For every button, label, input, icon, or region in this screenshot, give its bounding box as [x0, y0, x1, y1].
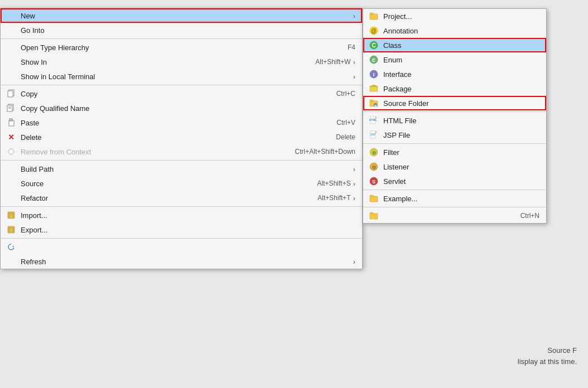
submenu-item-servlet[interactable]: S Servlet — [363, 174, 546, 188]
package-icon — [368, 84, 380, 93]
menu-item-import-label: Import... — [21, 211, 355, 220]
menu-item-show-in[interactable]: Show In Alt+Shift+W › — [1, 55, 362, 69]
menu-item-export[interactable]: ↑ Export... — [1, 222, 362, 237]
submenu-item-class[interactable]: C Class — [363, 38, 546, 52]
submenu-item-annotation[interactable]: @ Annotation — [363, 23, 546, 38]
submenu-item-source-folder[interactable]: ⊕ Source Folder — [363, 96, 546, 110]
svg-rect-24 — [370, 86, 378, 91]
submenu-item-enum[interactable]: E Enum — [363, 52, 546, 67]
menu-item-import[interactable]: ↓ Import... — [1, 208, 362, 222]
copy-icon — [5, 89, 17, 98]
submenu-item-filter-label: Filter — [383, 148, 539, 157]
submenu-new: Project... @ Annotation C Class — [363, 8, 547, 224]
menu-item-refactor[interactable]: Refactor Alt+Shift+T › — [1, 191, 362, 205]
submenu-item-jsp-file[interactable]: JSP JSP File — [363, 128, 546, 142]
annotation-icon: @ — [368, 26, 380, 35]
menu-item-refresh[interactable] — [1, 240, 362, 254]
svg-rect-44 — [370, 214, 378, 219]
submenu-separator-1 — [363, 111, 546, 112]
submenu-item-package-label: Package — [383, 85, 539, 93]
menu-item-source[interactable]: Source Alt+Shift+S › — [1, 176, 362, 191]
build-path-arrow: › — [353, 165, 355, 173]
source-folder-icon: ⊕ — [368, 99, 380, 108]
separator-3 — [1, 160, 362, 161]
menu-item-go-into[interactable]: Go Into — [1, 23, 362, 37]
menu-item-copy[interactable]: Copy Ctrl+C — [1, 86, 362, 101]
svg-rect-1 — [8, 91, 13, 97]
svg-text:↓: ↓ — [10, 213, 13, 219]
submenu-item-listener-label: Listener — [383, 163, 539, 171]
menu-item-delete-label: Delete — [21, 133, 314, 142]
svg-text:S: S — [372, 179, 375, 185]
source-shortcut: Alt+Shift+S — [317, 180, 351, 187]
menu-item-remove-from-context[interactable]: Remove from Context Ctrl+Alt+Shift+Down — [1, 144, 362, 159]
example-icon — [368, 194, 380, 203]
svg-text:C: C — [372, 42, 375, 48]
other-icon — [368, 211, 380, 220]
submenu-item-interface-label: Interface — [383, 70, 539, 79]
menu-item-coverage-as[interactable]: Refresh › — [1, 254, 362, 269]
submenu-item-project[interactable]: Project... — [363, 9, 546, 23]
submenu-item-html-file-label: HTML File — [383, 117, 539, 125]
svg-marker-25 — [370, 85, 378, 86]
menu-item-paste[interactable]: Paste Ctrl+V — [1, 115, 362, 130]
submenu-item-example-label: Example... — [383, 195, 539, 203]
submenu-item-annotation-label: Annotation — [383, 27, 539, 35]
submenu-item-jsp-file-label: JSP File — [383, 131, 539, 139]
coverage-as-arrow: › — [353, 258, 355, 266]
show-in-arrow: › — [353, 58, 355, 66]
listener-icon: ⚙ — [368, 162, 380, 171]
source-label: Source F — [547, 346, 577, 355]
new-arrow: › — [353, 12, 355, 20]
separator-5 — [1, 238, 362, 239]
submenu-item-package[interactable]: Package — [363, 81, 546, 96]
submenu-item-class-label: Class — [383, 41, 539, 50]
menu-item-refactor-label: Refactor — [21, 194, 317, 202]
menu-item-go-into-label: Go Into — [21, 26, 355, 35]
svg-rect-14 — [370, 14, 378, 20]
svg-text:⚙: ⚙ — [372, 165, 376, 170]
submenu-item-source-folder-label: Source Folder — [383, 99, 539, 108]
submenu-item-interface[interactable]: I Interface — [363, 67, 546, 81]
menu-item-source-label: Source — [21, 180, 317, 188]
project-icon — [368, 12, 380, 21]
menu-item-open-type-hierarchy-label: Open Type Hierarchy — [21, 43, 325, 52]
copy-shortcut: Ctrl+C — [336, 90, 355, 98]
submenu-item-listener[interactable]: ⚙ Listener — [363, 159, 546, 174]
menu-item-show-in-local-terminal[interactable]: Show in Local Terminal › — [1, 69, 362, 84]
enum-icon: E — [368, 55, 380, 64]
submenu-item-example[interactable]: Example... — [363, 191, 546, 206]
svg-rect-15 — [370, 13, 373, 14]
menu-item-copy-qualified-name-label: Copy Qualified Name — [21, 104, 355, 113]
menu-item-delete[interactable]: ✕ Delete Delete — [1, 130, 362, 144]
menu-item-export-label: Export... — [21, 226, 355, 234]
svg-marker-32 — [375, 117, 377, 118]
menu-item-build-path[interactable]: Build Path › — [1, 162, 362, 176]
show-in-local-terminal-arrow: › — [353, 72, 355, 81]
submenu-separator-4 — [363, 207, 546, 207]
menu-item-copy-qualified-name[interactable]: Copy Qualified Name — [1, 101, 362, 115]
interface-icon: I — [368, 70, 380, 79]
export-icon: ↑ — [5, 225, 17, 234]
menu-item-open-type-hierarchy[interactable]: Open Type Hierarchy F4 — [1, 40, 362, 55]
menu-item-new[interactable]: New › — [1, 8, 362, 23]
svg-rect-7 — [9, 119, 12, 121]
submenu-separator-2 — [363, 143, 546, 144]
menu-item-copy-label: Copy — [21, 90, 314, 98]
class-icon: C — [368, 41, 380, 50]
html-file-icon: HTML — [368, 116, 380, 125]
display-text: lisplay at this time. — [518, 357, 577, 366]
svg-text:I: I — [373, 72, 375, 77]
refactor-arrow: › — [353, 194, 355, 202]
open-type-hierarchy-shortcut: F4 — [348, 43, 355, 51]
submenu-item-html-file[interactable]: HTML HTML File — [363, 113, 546, 128]
paste-icon — [5, 118, 17, 127]
submenu-item-filter[interactable]: ⚙ Filter — [363, 145, 546, 159]
svg-point-8 — [8, 149, 14, 154]
jsp-file-icon: JSP — [368, 130, 380, 139]
svg-rect-45 — [370, 212, 373, 214]
svg-rect-43 — [370, 195, 373, 197]
submenu-item-other[interactable]: Ctrl+N — [363, 208, 546, 223]
svg-text:↑: ↑ — [10, 227, 13, 233]
submenu-item-servlet-label: Servlet — [383, 177, 539, 186]
